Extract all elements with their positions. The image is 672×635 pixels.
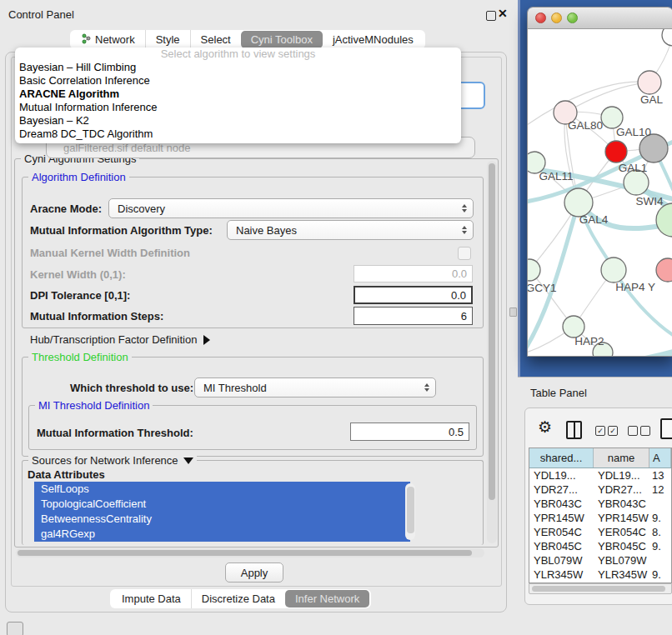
network-window-titlebar[interactable]: [528, 8, 672, 29]
threshold-definition-title: Threshold Definition: [28, 351, 132, 363]
table-cell: YDR27...: [529, 482, 594, 497]
node-label-gal4: GAL4: [579, 213, 609, 226]
table-row[interactable]: YER054CYER054C8.: [529, 525, 671, 539]
sources-title: Sources for Network Inference: [32, 454, 178, 467]
float-panel-icon[interactable]: [486, 11, 496, 21]
checked-columns-icon[interactable]: ✓✓: [595, 426, 618, 436]
table-cell: YBL079W: [594, 553, 649, 568]
network-icon: [82, 33, 91, 47]
table-row[interactable]: YLR345WYLR345W9.: [529, 568, 671, 582]
table-cell: 12: [649, 482, 671, 497]
table-row[interactable]: YDR27...YDR27...12: [529, 482, 671, 497]
table-cell: YER054C: [529, 525, 594, 539]
attributes-vscrollbar[interactable]: [405, 483, 415, 540]
tab-discretize-data[interactable]: Discretize Data: [191, 589, 285, 608]
file-icon[interactable]: [660, 418, 672, 439]
panel-splitter[interactable]: [507, 0, 518, 635]
spinner-icon: [462, 226, 467, 234]
node-label-gal80: GAL80: [568, 119, 603, 132]
columns-icon[interactable]: [566, 421, 582, 439]
attribute-item-topologicalcoefficient[interactable]: TopologicalCoefficient: [34, 497, 410, 512]
node-label-gal10: GAL10: [616, 126, 651, 138]
attributes-vscrollbar-thumb[interactable]: [407, 487, 414, 533]
network-edge[interactable]: [626, 351, 672, 357]
attribute-item-gal4rgexp[interactable]: gal4RGexp: [34, 527, 410, 542]
network-node[interactable]: [564, 188, 593, 217]
algorithm-option-mutual-information-inference[interactable]: Mutual Information Inference: [15, 101, 461, 114]
mi-threshold-group-title: MI Threshold Definition: [35, 399, 153, 412]
attribute-item-selfloops[interactable]: SelfLoops: [34, 482, 410, 497]
network-node[interactable]: [656, 258, 672, 282]
table-hscrollbar[interactable]: [529, 583, 672, 594]
tab-cyni-toolbox[interactable]: Cyni Toolbox: [241, 31, 323, 48]
mi-steps-field[interactable]: 6: [354, 307, 473, 325]
bottom-tab-bar: Impute DataDiscretize DataInfer Network: [110, 589, 371, 608]
algorithm-option-basic-correlation-inference[interactable]: Basic Correlation Inference: [15, 74, 461, 88]
mi-type-combo[interactable]: Naive Bayes: [227, 220, 474, 240]
zoom-traffic-icon[interactable]: [567, 12, 578, 23]
settings-vscrollbar-thumb[interactable]: [489, 163, 495, 500]
chevron-down-icon: [183, 458, 193, 464]
aracne-mode-combo[interactable]: Discovery: [108, 198, 474, 218]
table-row[interactable]: YPR145WYPR145W9.: [529, 511, 671, 525]
aracne-mode-label: Aracne Mode:: [30, 202, 102, 215]
which-threshold-combo[interactable]: MI Threshold: [194, 378, 436, 398]
table-cell: YBL079W: [529, 553, 594, 568]
table-cell: 9.: [649, 539, 671, 553]
hub-definition-disclosure[interactable]: Hub/Transcription Factor Definition: [30, 333, 210, 346]
apply-button[interactable]: Apply: [225, 562, 283, 582]
network-node[interactable]: [662, 29, 672, 46]
tab-label: Infer Network: [295, 592, 359, 605]
settings-hscrollbar-thumb[interactable]: [18, 550, 472, 556]
aracne-mode-value: Discovery: [118, 202, 165, 215]
network-canvas[interactable]: GALGAL80GAL10GAL1GAL11SWI4GAL4GCY1HAP4YH…: [528, 29, 672, 357]
tab-infer-network[interactable]: Infer Network: [285, 590, 369, 608]
unchecked-columns-icon[interactable]: [628, 426, 650, 436]
algorithm-list: Bayesian – Hill ClimbingBasic Correlatio…: [15, 61, 461, 141]
mi-threshold-field[interactable]: 0.5: [350, 422, 469, 441]
network-node[interactable]: [605, 141, 627, 162]
tab-style[interactable]: Style: [145, 30, 190, 49]
node-label-y: Y: [648, 281, 655, 293]
settings-vscrollbar[interactable]: [487, 161, 497, 543]
tab-impute-data[interactable]: Impute Data: [112, 589, 191, 608]
gear-icon[interactable]: ⚙: [538, 418, 552, 437]
tab-network[interactable]: Network: [72, 30, 145, 49]
settings-hscrollbar[interactable]: [16, 548, 484, 558]
table-row[interactable]: YBL079WYBL079W: [529, 553, 671, 568]
network-node[interactable]: [601, 258, 626, 282]
algorithm-option-bayesian-k2[interactable]: Bayesian – K2: [15, 114, 461, 128]
algorithm-option-dream8-dc-tdc-algorithm[interactable]: Dream8 DC_TDC Algorithm: [15, 128, 461, 141]
column-header-a[interactable]: A: [649, 448, 671, 468]
kernel-width-field[interactable]: 0.0: [354, 265, 473, 282]
table-cell: 9.: [649, 568, 671, 582]
table-row[interactable]: YBR043CYBR043C: [529, 497, 671, 511]
algorithm-option-aracne-algorithm[interactable]: ARACNE Algorithm: [15, 88, 461, 101]
close-icon[interactable]: ✕: [498, 7, 508, 20]
network-node[interactable]: [656, 203, 672, 237]
tab-select[interactable]: Select: [190, 30, 241, 49]
sources-title-row[interactable]: Sources for Network Inference: [28, 454, 197, 467]
tab-jactivemnodules[interactable]: jActiveMNodules: [323, 30, 424, 49]
splitter-handle-icon[interactable]: [509, 308, 517, 317]
control-panel-tab-bar: NetworkStyleSelectCyni ToolboxjActiveMNo…: [70, 30, 425, 49]
network-graph[interactable]: GALGAL80GAL10GAL1GAL11SWI4GAL4GCY1HAP4YH…: [528, 29, 672, 357]
column-header-name[interactable]: name: [594, 448, 649, 468]
table-cell: 13: [649, 468, 671, 482]
table-cell: 8.: [649, 525, 671, 539]
network-node[interactable]: [638, 71, 661, 94]
dpi-tolerance-field[interactable]: 0.0: [354, 286, 473, 304]
column-header-shared[interactable]: shared...: [529, 448, 594, 468]
minimize-traffic-icon[interactable]: [551, 12, 562, 23]
table-row[interactable]: YDL19...YDL19...13: [529, 468, 671, 482]
manual-kernel-checkbox[interactable]: [458, 247, 471, 260]
attribute-item-betweennesscentrality[interactable]: BetweennessCentrality: [34, 512, 410, 527]
table-hscrollbar-thumb[interactable]: [532, 586, 665, 592]
dock-mini-button[interactable]: [7, 622, 23, 635]
close-traffic-icon[interactable]: [535, 12, 546, 23]
algorithm-option-bayesian-hill-climbing[interactable]: Bayesian – Hill Climbing: [15, 61, 461, 74]
network-node[interactable]: [639, 134, 668, 162]
table-row[interactable]: YBR045CYBR045C9.: [529, 539, 671, 553]
network-node[interactable]: [528, 259, 540, 281]
control-panel-title: Control Panel: [8, 8, 74, 21]
